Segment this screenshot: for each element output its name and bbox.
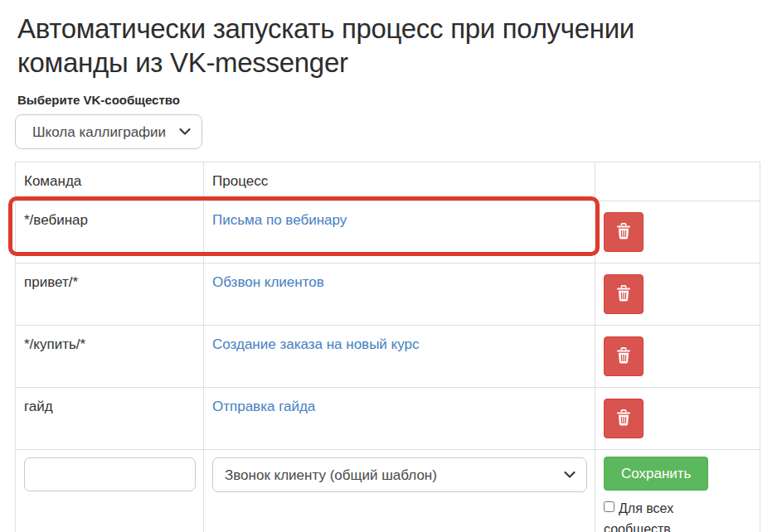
- process-link[interactable]: Обзвон клиентов: [212, 274, 324, 290]
- table-row: гайд Отправка гайда: [16, 388, 760, 450]
- actions-cell: [595, 201, 760, 264]
- page-title: Автоматически запускать процесс при полу…: [17, 12, 782, 80]
- command-cell: гайд: [16, 388, 204, 450]
- page-title-line-2: команды из VK-messenger: [17, 46, 782, 80]
- new-process-cell: Звонок клиенту (общий шаблон): [204, 450, 595, 532]
- community-select[interactable]: Школа каллиграфии: [15, 114, 202, 149]
- table-row: */вебинар Письма по вебинару: [16, 201, 760, 264]
- trash-icon: [616, 285, 631, 304]
- table-row: привет/* Обзвон клиентов: [16, 264, 760, 326]
- save-button[interactable]: Сохранить: [604, 457, 708, 491]
- process-link[interactable]: Отправка гайда: [212, 399, 315, 414]
- commands-table-wrap: Команда Процесс */вебинар Письма по веби…: [15, 162, 760, 532]
- actions-cell: [595, 326, 760, 388]
- new-command-cell: [16, 450, 204, 532]
- all-communities-checkbox[interactable]: [604, 501, 614, 512]
- process-link[interactable]: Письма по вебинару: [212, 212, 347, 228]
- vk-command-settings-page: Автоматически запускать процесс при полу…: [0, 0, 782, 532]
- delete-row-button[interactable]: [604, 399, 644, 438]
- process-cell: Отправка гайда: [204, 388, 595, 450]
- column-header-process: Процесс: [204, 162, 595, 201]
- all-communities-option: Для всех сообществ: [604, 498, 702, 532]
- trash-icon: [616, 409, 631, 428]
- actions-cell: [595, 264, 760, 326]
- delete-row-button[interactable]: [604, 212, 644, 252]
- community-select-label: Выберите VK-сообщество: [17, 93, 782, 107]
- page-title-line-1: Автоматически запускать процесс при полу…: [17, 12, 782, 46]
- table-header-row: Команда Процесс: [16, 162, 760, 201]
- save-cell: Сохранить Для всех сообществ: [595, 450, 760, 532]
- process-cell: Обзвон клиентов: [204, 264, 595, 326]
- command-cell: */вебинар: [16, 201, 204, 264]
- process-cell: Создание заказа на новый курс: [204, 326, 595, 388]
- process-select-shell: Звонок клиенту (общий шаблон): [212, 457, 587, 492]
- process-select[interactable]: Звонок клиенту (общий шаблон): [212, 457, 587, 492]
- process-cell: Письма по вебинару: [204, 201, 595, 264]
- command-cell: */купить/*: [16, 326, 204, 388]
- command-cell: привет/*: [16, 264, 204, 326]
- delete-row-button[interactable]: [604, 336, 644, 376]
- table-row: */купить/* Создание заказа на новый курс: [16, 326, 760, 388]
- trash-icon: [616, 347, 631, 366]
- new-command-row: Звонок клиенту (общий шаблон) Сохранить …: [16, 450, 760, 532]
- actions-cell: [595, 388, 760, 450]
- delete-row-button[interactable]: [604, 274, 644, 314]
- column-header-command: Команда: [16, 162, 204, 201]
- column-header-actions: [595, 162, 760, 201]
- commands-table: Команда Процесс */вебинар Письма по веби…: [15, 162, 760, 532]
- process-link[interactable]: Создание заказа на новый курс: [212, 336, 419, 352]
- trash-icon: [616, 223, 631, 242]
- new-command-input[interactable]: [24, 457, 196, 491]
- community-select-shell: Школа каллиграфии: [15, 114, 202, 149]
